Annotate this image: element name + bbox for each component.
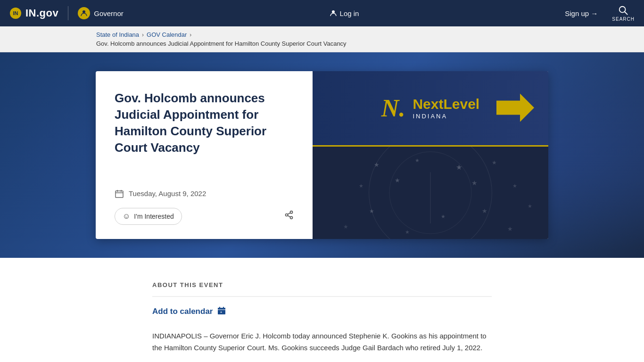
nl-arrow	[496, 93, 534, 123]
svg-point-2	[83, 10, 85, 13]
svg-point-3	[332, 10, 335, 13]
svg-point-4	[619, 6, 626, 12]
nav-divider	[68, 6, 68, 20]
next-level-logo: N. NextLevel INDIANA	[381, 96, 479, 121]
svg-text:★: ★	[369, 208, 374, 214]
calendar-date-icon	[115, 189, 124, 198]
svg-point-10	[290, 211, 293, 214]
svg-line-13	[288, 215, 290, 217]
interested-label: I'm Interested	[134, 213, 173, 220]
svg-point-12	[290, 216, 293, 219]
svg-text:★: ★	[512, 183, 517, 189]
smiley-icon: ☺	[123, 212, 130, 221]
signup-button[interactable]: Sign up →	[565, 9, 598, 17]
interested-button[interactable]: ☺ I'm Interested	[115, 208, 182, 225]
event-card: Gov. Holcomb announces Judicial Appointm…	[96, 71, 548, 239]
svg-text:★: ★	[395, 177, 400, 184]
governor-icon	[78, 7, 90, 19]
user-icon	[330, 9, 337, 17]
share-icon[interactable]	[284, 210, 294, 222]
nav-right: Sign up → SEARCH	[565, 5, 635, 22]
svg-text:+: +	[220, 311, 222, 314]
svg-rect-35	[218, 308, 225, 310]
arrow-icon	[496, 93, 534, 122]
calendar-add-icon[interactable]: +	[217, 306, 226, 317]
nl-next-level-text: NextLevel	[413, 97, 479, 111]
next-level-banner: N. NextLevel INDIANA	[313, 71, 548, 147]
svg-marker-15	[496, 93, 534, 122]
svg-text:★: ★	[471, 179, 478, 187]
top-navigation: IN IN.gov Governor Log in Sign up → SEAR…	[0, 0, 644, 26]
svg-line-5	[625, 11, 627, 14]
breadcrumb-gov-calendar-link[interactable]: GOV Calendar	[147, 31, 187, 38]
nl-indiana-text: INDIANA	[413, 113, 479, 120]
about-section-label: ABOUT THIS EVENT	[152, 281, 492, 297]
add-calendar-row: Add to calendar +	[152, 306, 492, 317]
event-date-row: Tuesday, August 9, 2022	[115, 189, 294, 198]
breadcrumb-sep-2: ›	[190, 32, 191, 38]
svg-text:★: ★	[405, 229, 410, 235]
svg-text:★: ★	[456, 163, 462, 171]
svg-line-14	[288, 213, 290, 214]
nl-level-word: Level	[443, 96, 479, 112]
search-icon	[618, 5, 628, 16]
event-actions: ☺ I'm Interested	[115, 208, 294, 225]
search-label: SEARCH	[612, 16, 635, 22]
event-card-left: Gov. Holcomb announces Judicial Appointm…	[96, 71, 313, 239]
state-seal-icon: IN	[9, 7, 22, 19]
svg-text:IN: IN	[13, 10, 18, 16]
nl-text: NextLevel INDIANA	[413, 97, 479, 120]
nl-n-letter: N.	[381, 96, 405, 121]
logo-area[interactable]: IN IN.gov	[9, 7, 58, 19]
svg-text:★: ★	[441, 214, 446, 219]
event-body-text: INDIANAPOLIS – Governor Eric J. Holcomb …	[152, 330, 492, 354]
governor-label: Governor	[94, 9, 124, 17]
breadcrumb-current-page: Gov. Holcomb announces Judicial Appointm…	[96, 40, 548, 47]
svg-text:★: ★	[374, 161, 380, 168]
breadcrumb-sep-1: ›	[142, 32, 144, 38]
hero-section: Gov. Holcomb announces Judicial Appointm…	[0, 52, 644, 258]
stars-section: ★ ★ ★ ★ ★ ★ ★ ★ ★ ★ ★ ★ ★ ★ ★	[313, 147, 548, 239]
breadcrumb-state-link[interactable]: State of Indiana	[96, 31, 139, 38]
content-section: ABOUT THIS EVENT Add to calendar + INDIA…	[143, 258, 501, 362]
nl-next-word: Next	[413, 96, 443, 112]
breadcrumb: State of Indiana › GOV Calendar ›	[96, 31, 548, 38]
svg-text:★: ★	[507, 225, 513, 232]
logo-text: IN.gov	[25, 7, 58, 19]
governor-nav-item[interactable]: Governor	[78, 7, 124, 19]
event-card-right: N. NextLevel INDIANA	[313, 71, 548, 239]
svg-text:★: ★	[482, 207, 487, 214]
event-date: Tuesday, August 9, 2022	[129, 189, 206, 197]
svg-text:★: ★	[492, 159, 497, 166]
svg-rect-6	[116, 191, 123, 197]
nav-center: Log in	[124, 9, 565, 17]
svg-text:★: ★	[343, 223, 348, 230]
svg-point-11	[286, 214, 288, 216]
calendar-icon: +	[217, 306, 226, 315]
add-to-calendar-link[interactable]: Add to calendar	[152, 307, 213, 316]
svg-text:★: ★	[359, 183, 363, 189]
breadcrumb-bar: State of Indiana › GOV Calendar › Gov. H…	[0, 26, 644, 52]
body-paragraph-1: INDIANAPOLIS – Governor Eric J. Holcomb …	[152, 330, 492, 354]
svg-text:★: ★	[528, 203, 533, 209]
svg-text:★: ★	[415, 157, 420, 163]
event-title: Gov. Holcomb announces Judicial Appointm…	[115, 90, 294, 156]
login-button[interactable]: Log in	[330, 9, 359, 17]
stars-background: ★ ★ ★ ★ ★ ★ ★ ★ ★ ★ ★ ★ ★ ★ ★	[313, 147, 548, 239]
search-button[interactable]: SEARCH	[612, 5, 635, 22]
